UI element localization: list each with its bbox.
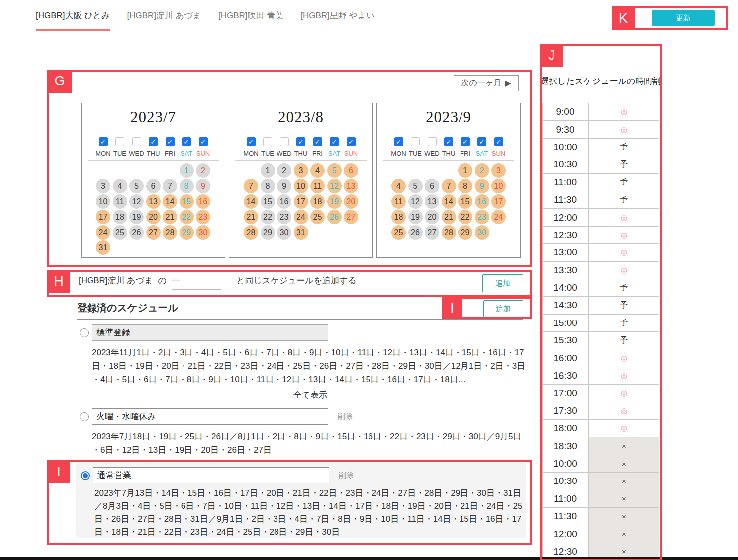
calendar-day[interactable]: 25 — [391, 225, 406, 240]
copy-schedule-select[interactable]: --- — [172, 275, 221, 290]
calendar-day[interactable]: 16 — [196, 194, 210, 209]
calendar-day[interactable]: 6 — [146, 179, 161, 193]
schedule-name-input[interactable] — [92, 324, 328, 341]
weekday-checkbox[interactable]: ✓ — [199, 137, 208, 146]
calendar-day[interactable]: 12 — [408, 194, 423, 209]
copy-add-button[interactable]: 追加 — [482, 274, 523, 292]
calendar-day[interactable]: 31 — [294, 225, 308, 240]
calendar-day[interactable]: 10 — [96, 194, 110, 209]
weekday-checkbox[interactable]: ✓ — [394, 137, 403, 146]
calendar-day[interactable]: 1 — [180, 163, 194, 178]
calendar-day[interactable]: 24 — [294, 210, 308, 224]
calendar-day[interactable]: 19 — [408, 210, 423, 224]
weekday-checkbox[interactable] — [280, 137, 289, 146]
calendar-day[interactable]: 1 — [458, 163, 472, 178]
calendar-day[interactable]: 23 — [196, 210, 210, 224]
calendar-day[interactable]: 29 — [180, 225, 194, 240]
calendar-day[interactable]: 7 — [163, 179, 177, 193]
weekday-checkbox[interactable]: ✓ — [461, 137, 470, 146]
schedule-radio[interactable] — [80, 328, 89, 337]
calendar-day[interactable]: 22 — [180, 210, 194, 224]
calendar-day[interactable]: 3 — [294, 163, 308, 178]
calendar-day[interactable]: 2 — [196, 163, 210, 178]
tab-staff-2[interactable]: [HGBR]淀川 あづま — [127, 10, 201, 31]
calendar-day[interactable]: 8 — [261, 179, 275, 193]
calendar-day[interactable]: 15 — [458, 194, 472, 209]
tab-staff-3[interactable]: [HGBR]吹田 青葉 — [218, 10, 283, 31]
calendar-day[interactable]: 7 — [442, 179, 456, 193]
show-all-link[interactable]: 全て表示 — [92, 389, 529, 400]
calendar-day[interactable]: 5 — [129, 179, 144, 193]
calendar-day[interactable]: 2 — [475, 163, 489, 178]
add-schedule-button[interactable]: 追加 — [483, 300, 523, 317]
calendar-day[interactable]: 25 — [310, 210, 325, 224]
schedule-name-input[interactable] — [92, 408, 328, 425]
calendar-day[interactable]: 28 — [244, 225, 258, 240]
delete-link[interactable]: 削除 — [339, 471, 354, 480]
calendar-day[interactable]: 25 — [113, 225, 127, 240]
calendar-day[interactable]: 14 — [163, 194, 177, 209]
schedule-radio[interactable] — [80, 412, 89, 421]
calendar-day[interactable]: 20 — [344, 194, 358, 209]
calendar-day[interactable]: 1 — [261, 163, 275, 178]
calendar-day[interactable]: 31 — [96, 240, 110, 255]
calendar-day[interactable]: 23 — [277, 210, 291, 224]
weekday-checkbox[interactable]: ✓ — [330, 137, 339, 146]
calendar-day[interactable]: 7 — [244, 179, 258, 193]
calendar-day[interactable]: 5 — [408, 179, 423, 193]
calendar-day[interactable]: 27 — [344, 210, 358, 224]
weekday-checkbox[interactable]: ✓ — [313, 137, 322, 146]
calendar-day[interactable]: 18 — [391, 210, 406, 224]
calendar-day[interactable]: 20 — [425, 210, 439, 224]
weekday-checkbox[interactable]: ✓ — [247, 137, 256, 146]
calendar-day[interactable]: 8 — [180, 179, 194, 193]
calendar-day[interactable]: 9 — [475, 179, 489, 193]
copy-source-select[interactable]: [HGBR]淀川 あづま — [79, 275, 153, 291]
calendar-day[interactable]: 22 — [261, 210, 275, 224]
weekday-checkbox[interactable]: ✓ — [149, 137, 158, 146]
calendar-day[interactable]: 26 — [129, 225, 144, 240]
calendar-day[interactable]: 5 — [327, 163, 342, 178]
next-month-button[interactable]: 次の一ヶ月 ▶ — [454, 75, 519, 91]
calendar-day[interactable]: 17 — [491, 194, 506, 209]
calendar-day[interactable]: 17 — [96, 210, 110, 224]
calendar-day[interactable]: 22 — [458, 210, 472, 224]
calendar-day[interactable]: 13 — [344, 179, 358, 193]
calendar-day[interactable]: 12 — [129, 194, 144, 209]
calendar-day[interactable]: 21 — [244, 210, 258, 224]
calendar-day[interactable]: 19 — [327, 194, 342, 209]
calendar-day[interactable]: 14 — [244, 194, 258, 209]
calendar-day[interactable]: 16 — [475, 194, 489, 209]
weekday-checkbox[interactable]: ✓ — [296, 137, 305, 146]
calendar-day[interactable]: 11 — [391, 194, 406, 209]
calendar-day[interactable]: 13 — [146, 194, 161, 209]
calendar-day[interactable]: 13 — [425, 194, 439, 209]
calendar-day[interactable]: 3 — [96, 179, 110, 193]
calendar-day[interactable]: 29 — [261, 225, 275, 240]
calendar-day[interactable]: 18 — [310, 194, 325, 209]
calendar-day[interactable]: 30 — [196, 225, 210, 240]
calendar-day[interactable]: 21 — [163, 210, 177, 224]
calendar-day[interactable]: 10 — [294, 179, 308, 193]
calendar-day[interactable]: 17 — [294, 194, 308, 209]
calendar-day[interactable]: 3 — [491, 163, 506, 178]
calendar-day[interactable]: 4 — [113, 179, 127, 193]
calendar-day[interactable]: 30 — [475, 225, 489, 240]
calendar-day[interactable]: 11 — [310, 179, 325, 193]
weekday-checkbox[interactable] — [115, 137, 124, 146]
schedule-radio-selected[interactable] — [81, 471, 90, 480]
calendar-day[interactable]: 14 — [442, 194, 456, 209]
calendar-day[interactable]: 18 — [113, 210, 127, 224]
weekday-checkbox[interactable]: ✓ — [347, 137, 356, 146]
calendar-day[interactable]: 26 — [327, 210, 342, 224]
calendar-day[interactable]: 4 — [391, 179, 406, 193]
calendar-day[interactable]: 27 — [425, 225, 439, 240]
calendar-day[interactable]: 4 — [310, 163, 325, 178]
calendar-day[interactable]: 24 — [491, 210, 506, 224]
calendar-day[interactable]: 10 — [491, 179, 506, 193]
delete-link[interactable]: 削除 — [338, 412, 353, 421]
calendar-day[interactable]: 2 — [277, 163, 291, 178]
calendar-day[interactable]: 8 — [458, 179, 472, 193]
calendar-day[interactable]: 15 — [261, 194, 275, 209]
calendar-day[interactable]: 6 — [425, 179, 439, 193]
